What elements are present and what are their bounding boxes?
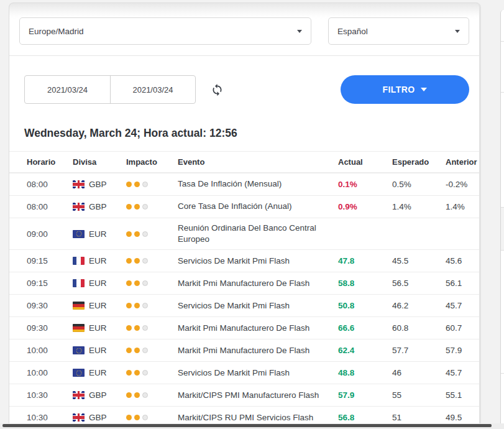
gb-flag-icon [73, 413, 85, 422]
de-flag-icon [73, 302, 85, 310]
event-row[interactable]: 10:00EURMarkit Pmi Manufacturero De Flas… [9, 339, 479, 361]
language-select[interactable]: Español [328, 17, 469, 45]
currency-code: GBP [89, 413, 107, 422]
column-header-previous: Anterior [446, 157, 477, 167]
currency-code: EUR [89, 346, 107, 355]
actual-value-cell: 57.9 [338, 390, 392, 400]
event-row[interactable]: 09:30EURMarkit Pmi Manufacturero De Flas… [9, 316, 479, 339]
impact-dot-icon [142, 280, 148, 286]
actual-value-cell: 47.8 [338, 256, 392, 265]
expected-value-cell: 0.5% [392, 180, 446, 189]
eu-flag-icon [73, 369, 85, 377]
impact-indicator [126, 258, 178, 264]
currency-cell: GBP [73, 390, 126, 400]
filter-chevron-down-icon [421, 88, 427, 91]
expected-value-cell: 57.7 [392, 346, 446, 355]
previous-value-cell: 60.7 [446, 323, 473, 333]
event-name-cell: Tasa De Inflación (Mensual) [178, 174, 338, 194]
currency-cell: EUR [73, 279, 126, 288]
event-time-cell: 08:00 [27, 202, 73, 211]
currency-code: EUR [89, 256, 107, 265]
event-row[interactable]: 10:30GBPMarkit/CIPS PMI Manufacturero Fl… [9, 384, 479, 406]
column-header-time: Horario [27, 157, 73, 167]
date-from-input[interactable]: 2021/03/24 [25, 76, 110, 103]
event-row[interactable]: 10:30GBPMarkit/CIPS RU PMI Servicios Fla… [9, 406, 479, 424]
impact-dot-icon [126, 370, 132, 376]
impact-indicator [126, 231, 178, 237]
calendar-table: HorarioDivisaImpactoEventoActualEsperado… [9, 151, 479, 424]
date-heading: Wednesday, March 24; Hora actual: 12:56 [24, 127, 469, 140]
currency-cell: EUR [73, 346, 126, 355]
event-time-cell: 08:00 [27, 180, 73, 189]
currency-code: EUR [89, 323, 107, 333]
impact-dot-icon [134, 204, 140, 210]
event-name-cell: Core Tasa De Inflación (Anual) [178, 196, 338, 216]
horizontal-scrollbar[interactable] [0, 423, 504, 429]
impact-indicator [126, 182, 178, 187]
currency-code: GBP [89, 202, 107, 211]
impact-indicator [126, 303, 178, 308]
previous-value-cell: 57.9 [446, 346, 473, 355]
impact-dot-icon [142, 231, 148, 237]
currency-cell: GBP [73, 413, 126, 422]
currency-code: GBP [89, 180, 107, 189]
expected-value-cell: 1.4% [392, 202, 446, 211]
event-row[interactable]: 09:15EURServicios De Markit Pmi Flash47.… [9, 249, 479, 272]
horizontal-scrollbar-thumb[interactable] [2, 424, 492, 427]
event-time-cell: 09:30 [27, 323, 73, 333]
expected-value-cell: 46 [392, 368, 446, 377]
filter-button[interactable]: FILTRO [341, 75, 469, 104]
event-row[interactable]: 08:00GBPTasa De Inflación (Mensual)0.1%0… [9, 173, 479, 195]
event-name-cell: Servicios De Markit Pmi Flash [178, 296, 338, 316]
adjacent-panel-divider [501, 92, 504, 93]
previous-value-cell: 45.7 [446, 368, 473, 377]
impact-dot-icon [142, 204, 148, 210]
impact-indicator [126, 280, 178, 286]
currency-code: EUR [89, 279, 107, 288]
event-time-cell: 10:00 [27, 346, 73, 355]
currency-cell: GBP [73, 180, 126, 189]
impact-indicator [126, 204, 178, 210]
economic-calendar-widget: Europe/Madrid Español 2021/03/24 2021/03… [9, 2, 481, 424]
expected-value-cell: 60.8 [392, 323, 446, 333]
actual-value-cell: 50.8 [338, 301, 392, 310]
event-row[interactable]: 09:15EURMarkit Pmi Manufacturero De Flas… [9, 272, 479, 294]
expected-value-cell: 45.5 [392, 256, 446, 265]
currency-cell: EUR [73, 229, 126, 239]
refresh-button[interactable] [211, 83, 224, 96]
impact-indicator [126, 348, 178, 353]
impact-dot-icon [126, 392, 132, 398]
gb-flag-icon [73, 203, 85, 211]
fr-flag-icon [73, 279, 85, 287]
event-row[interactable]: 09:30EURServicios De Markit Pmi Flash50.… [9, 294, 479, 316]
impact-dot-icon [134, 415, 140, 420]
actual-value-cell: 56.8 [338, 413, 392, 422]
event-row[interactable]: 09:00EURReunión Ordinaria Del Banco Cent… [9, 218, 479, 249]
fr-flag-icon [73, 257, 85, 265]
date-range-group: 2021/03/24 2021/03/24 [24, 75, 196, 104]
event-name-cell: Servicios De Markit Pmi Flash [178, 251, 338, 271]
event-row[interactable]: 10:00EURServicios De Markit Pmi Flash48.… [9, 361, 479, 384]
gb-flag-icon [73, 180, 85, 188]
timezone-select[interactable]: Europe/Madrid [19, 17, 311, 45]
top-filters-row: Europe/Madrid Español [9, 3, 479, 55]
currency-cell: GBP [73, 202, 126, 211]
previous-value-cell: 1.4% [446, 202, 473, 211]
impact-indicator [126, 415, 178, 420]
column-header-expected: Esperado [392, 157, 446, 167]
chevron-down-icon [297, 30, 302, 33]
currency-cell: EUR [73, 301, 126, 310]
actual-value-cell: 48.8 [338, 368, 392, 377]
event-row[interactable]: 08:00GBPCore Tasa De Inflación (Anual)0.… [9, 195, 479, 218]
timezone-select-value: Europe/Madrid [29, 27, 84, 36]
currency-code: GBP [89, 390, 107, 400]
event-name-cell: Markit Pmi Manufacturero De Flash [178, 318, 338, 338]
event-time-cell: 10:30 [27, 390, 73, 400]
previous-value-cell: -0.2% [446, 180, 473, 189]
column-header-impact: Impacto [126, 157, 178, 167]
date-to-input[interactable]: 2021/03/24 [110, 76, 195, 103]
impact-dot-icon [126, 415, 132, 420]
impact-dot-icon [126, 325, 132, 331]
impact-dot-icon [142, 258, 148, 264]
de-flag-icon [73, 324, 85, 332]
